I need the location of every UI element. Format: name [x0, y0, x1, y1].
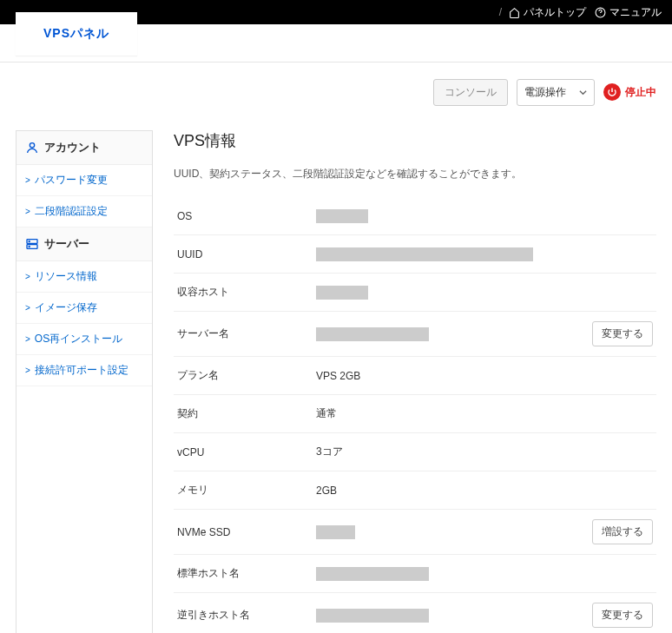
panel-top-label: パネルトップ — [524, 5, 586, 20]
info-row: 契約通常 — [174, 395, 656, 433]
svg-point-5 — [29, 241, 30, 241]
info-label: 収容ホスト — [177, 285, 316, 300]
info-row: プラン名VPS 2GB — [174, 357, 656, 395]
info-label: 逆引きホスト名 — [177, 608, 316, 623]
info-label: 標準ホスト名 — [177, 566, 316, 581]
help-icon — [595, 7, 606, 18]
sidebar-head-server-label: サーバー — [44, 236, 89, 252]
chevron-right-icon: > — [25, 272, 30, 281]
sidebar-item-label: OS再インストール — [35, 332, 122, 346]
info-label: OS — [177, 210, 316, 222]
top-redacted — [208, 3, 451, 21]
info-row: NVMe SSD増設する — [174, 510, 656, 555]
info-label: NVMe SSD — [177, 526, 316, 538]
info-row: 逆引きホスト名変更する — [174, 593, 656, 633]
sidebar-head-account-label: アカウント — [44, 140, 101, 155]
info-row: メモリ2GB — [174, 471, 656, 510]
info-value — [316, 567, 653, 581]
redacted-value — [316, 525, 355, 539]
chevron-right-icon: > — [25, 175, 30, 185]
logo[interactable]: VPSパネル — [16, 12, 137, 56]
main-content: VPS情報 UUID、契約ステータス、二段階認証設定などを確認することができます… — [174, 130, 656, 633]
redacted-value — [316, 286, 368, 300]
sidebar-item-label: 接続許可ポート設定 — [35, 363, 128, 378]
content: アカウント >パスワード変更>二段階認証設定 サーバー >リソース情報>イメージ… — [0, 111, 672, 633]
change-button[interactable]: 変更する — [592, 321, 653, 346]
manual-label: マニュアル — [609, 5, 662, 20]
chevron-right-icon: > — [25, 366, 30, 375]
info-label: サーバー名 — [177, 326, 316, 341]
status-text: 停止中 — [625, 85, 656, 100]
sidebar-item-label: 二段階認証設定 — [35, 204, 108, 219]
info-label: メモリ — [177, 483, 316, 498]
power-icon — [603, 83, 621, 101]
sidebar-item-account-1[interactable]: >二段階認証設定 — [16, 196, 152, 227]
power-select-label: 電源操作 — [524, 85, 566, 100]
sidebar-item-account-0[interactable]: >パスワード変更 — [16, 165, 152, 196]
sidebar-item-label: パスワード変更 — [35, 173, 108, 188]
sidebar-head-account: アカウント — [16, 131, 152, 165]
breadcrumb-separator: / — [499, 6, 502, 18]
info-row: vCPU3コア — [174, 433, 656, 471]
redacted-value — [316, 209, 368, 223]
info-label: プラン名 — [177, 368, 316, 383]
info-value — [316, 609, 592, 623]
redacted-value — [316, 609, 429, 623]
top-links: パネルトップ マニュアル — [509, 5, 662, 20]
page-title: VPS情報 — [174, 130, 656, 151]
panel-top-link[interactable]: パネルトップ — [509, 5, 586, 20]
info-row: OS — [174, 197, 656, 235]
info-row: UUID — [174, 235, 656, 274]
info-value: 2GB — [316, 485, 653, 497]
user-icon — [25, 141, 39, 155]
sidebar-item-server-0[interactable]: >リソース情報 — [16, 261, 152, 293]
info-value: 通常 — [316, 406, 653, 421]
info-label: vCPU — [177, 446, 316, 458]
info-row: サーバー名変更する — [174, 312, 656, 357]
redacted-value — [316, 327, 429, 341]
info-value — [316, 209, 653, 223]
svg-point-2 — [30, 143, 34, 148]
sidebar: アカウント >パスワード変更>二段階認証設定 サーバー >リソース情報>イメージ… — [16, 130, 153, 633]
change-button[interactable]: 変更する — [592, 603, 653, 628]
sidebar-item-server-2[interactable]: >OS再インストール — [16, 324, 152, 355]
redacted-value — [316, 247, 533, 261]
sidebar-item-server-3[interactable]: >接続許可ポート設定 — [16, 355, 152, 386]
chevron-right-icon: > — [25, 334, 30, 344]
status-indicator: 停止中 — [603, 83, 656, 101]
info-action: 増設する — [592, 519, 653, 544]
sidebar-head-server: サーバー — [16, 227, 152, 261]
sidebar-item-label: リソース情報 — [35, 269, 97, 284]
chevron-down-icon — [579, 89, 587, 96]
page-description: UUID、契約ステータス、二段階認証設定などを確認することができます。 — [174, 167, 656, 181]
logo-row: VPSパネル — [0, 24, 672, 63]
info-row: 標準ホスト名 — [174, 555, 656, 593]
sidebar-item-label: イメージ保存 — [35, 300, 97, 315]
info-action: 変更する — [592, 603, 653, 628]
chevron-right-icon: > — [25, 303, 30, 313]
console-button[interactable]: コンソール — [433, 79, 508, 106]
info-value — [316, 525, 592, 539]
info-value: 3コア — [316, 445, 653, 459]
info-value — [316, 247, 653, 261]
expand-button[interactable]: 増設する — [592, 519, 653, 544]
info-row: 収容ホスト — [174, 274, 656, 312]
power-select[interactable]: 電源操作 — [517, 79, 595, 106]
manual-link[interactable]: マニュアル — [595, 5, 662, 20]
info-value: VPS 2GB — [316, 370, 653, 382]
svg-point-6 — [29, 246, 30, 247]
control-row: コンソール 電源操作 停止中 — [0, 63, 672, 111]
sidebar-item-server-1[interactable]: >イメージ保存 — [16, 293, 152, 324]
redacted-value — [316, 567, 429, 581]
home-icon — [509, 7, 520, 18]
info-table: OSUUID収容ホストサーバー名変更するプラン名VPS 2GB契約通常vCPU3… — [174, 197, 656, 633]
chevron-right-icon: > — [25, 207, 30, 216]
logo-text: VPSパネル — [43, 26, 109, 42]
info-value — [316, 286, 653, 300]
info-label: 契約 — [177, 406, 316, 421]
info-label: UUID — [177, 248, 316, 260]
info-value — [316, 327, 592, 341]
server-icon — [25, 237, 39, 251]
info-action: 変更する — [592, 321, 653, 346]
